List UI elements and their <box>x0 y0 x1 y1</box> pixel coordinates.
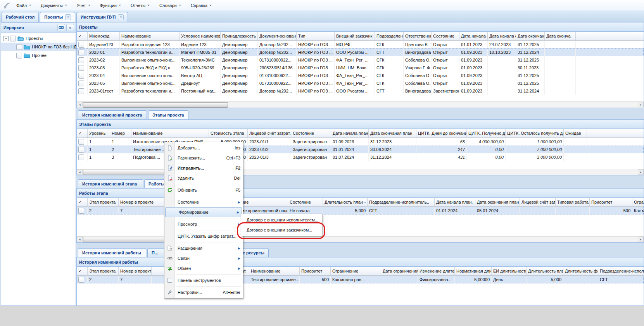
tab-2[interactable]: Инструкции ПУП✕ <box>76 12 128 22</box>
column-header-7[interactable]: Дата начала план <box>331 129 369 137</box>
column-header-11[interactable]: Типовая работа <box>556 198 590 206</box>
search-icon[interactable] <box>57 24 65 31</box>
tab-Этапы проекта[interactable]: Этапы проекта <box>148 110 188 119</box>
column-header-0[interactable]: ✓ <box>77 267 88 275</box>
column-header-0[interactable]: ✓ <box>77 198 88 206</box>
row-checkbox[interactable] <box>78 42 84 48</box>
column-header-8[interactable]: Дата начала план. <box>435 198 475 206</box>
close-tab-icon[interactable]: ✕ <box>65 14 71 20</box>
column-header-11[interactable]: Дата начала план. <box>459 32 488 40</box>
column-header-2[interactable]: Наименование <box>120 32 180 40</box>
column-header-2[interactable]: Номер в проекте <box>119 198 163 206</box>
context-menu-item-15[interactable]: Связи▶ <box>164 253 243 263</box>
column-header-8[interactable]: Подразделение-от... <box>375 32 404 40</box>
tree-item-1[interactable]: НИОКР по ГОЗ без НДС <box>1 43 76 51</box>
tree-checkbox[interactable] <box>16 53 22 58</box>
tab-0[interactable]: Рабочий стол <box>2 12 39 22</box>
context-menu-item-3[interactable]: УдалитьDel <box>164 173 243 183</box>
column-header-10[interactable]: Лицевой счёт затр <box>520 198 556 206</box>
menubar-item-5[interactable]: Словари▼ <box>155 2 186 9</box>
column-header-3[interactable]: Условное наименование <box>180 32 221 40</box>
context-menu-item-0[interactable]: Добавить...Ins <box>164 143 243 153</box>
context-menu-item-20[interactable]: Настройки...Alt+Enter <box>164 287 243 297</box>
column-header-8[interactable]: Дата окончания план <box>369 129 416 137</box>
table-row[interactable]: 11Изготовление опытной партии ПМ0...5 00… <box>77 138 644 146</box>
column-header-0[interactable]: ✓ <box>77 32 88 40</box>
column-header-12[interactable]: Длительность план <box>527 267 563 275</box>
row-checkbox[interactable] <box>78 154 84 160</box>
column-header-4[interactable]: Стоимость этапа <box>209 129 248 137</box>
scroll-left-icon[interactable]: ◄ <box>77 237 83 242</box>
horizontal-scrollbar[interactable]: ◄► <box>77 101 644 108</box>
column-header-10[interactable]: Состояние <box>432 32 459 40</box>
table-row[interactable]: 2023-02Выполнение опытно-конс...Технолог… <box>77 56 644 64</box>
column-header-2[interactable]: Номер <box>110 129 131 137</box>
tree-checkbox[interactable] <box>10 36 16 41</box>
context-menu-item-16[interactable]: Обмен▶ <box>164 263 243 273</box>
column-header-2[interactable]: Номер в проекте <box>119 267 152 275</box>
table-row[interactable]: 27Тестирование произведенной опыт...Не н… <box>77 207 644 214</box>
context-menu-item-12[interactable]: ЦИТК. Указать шифр затрат... <box>164 231 243 241</box>
column-header-7[interactable]: Подразделение-исполнитель.. <box>368 198 435 206</box>
submenu-item-0[interactable]: Договор с внешним исполнителем... <box>241 215 322 225</box>
column-header-10[interactable]: Нормативная длит <box>455 267 492 275</box>
column-header-5[interactable]: Состояние <box>288 198 323 206</box>
column-header-6[interactable]: Тип <box>297 32 335 40</box>
column-header-9[interactable]: Изменение длител... <box>418 267 455 275</box>
column-header-1[interactable]: Этап проекта <box>88 267 119 275</box>
menubar-item-6[interactable]: Справка▼ <box>186 2 217 9</box>
tab-История изменений работы[interactable]: История изменений работы <box>78 248 146 257</box>
row-checkbox[interactable] <box>78 50 84 55</box>
column-header-1[interactable]: Этап проекта <box>88 198 119 206</box>
scrollbar-thumb[interactable] <box>83 102 228 108</box>
tree-item-2[interactable]: Прочее <box>1 51 76 60</box>
table-row[interactable]: Изделие123Разработка изделия 123Изделие-… <box>77 41 644 48</box>
table-row[interactable]: 27Тестирование произве...500Как можно ра… <box>77 276 644 283</box>
column-header-14[interactable]: Дата оконча <box>545 32 576 40</box>
column-header-0[interactable]: ✓ <box>77 129 88 137</box>
column-header-13[interactable]: Ограничение <box>632 198 644 206</box>
column-header-11[interactable]: ЦИТК. Осталось получить д/с <box>506 129 564 137</box>
column-header-7[interactable]: Ограничение <box>331 267 381 275</box>
column-header-5[interactable]: Документ-основание <box>258 32 297 40</box>
column-header-5[interactable]: Наименование <box>249 267 300 275</box>
row-checkbox[interactable] <box>78 88 84 94</box>
horizontal-scrollbar[interactable]: ◄► <box>77 169 644 175</box>
scroll-right-icon[interactable]: ► <box>638 237 644 242</box>
column-header-9[interactable]: Дата окончания план <box>475 198 520 206</box>
scroll-right-icon[interactable]: ► <box>638 169 644 175</box>
row-checkbox[interactable] <box>78 277 84 283</box>
column-header-10[interactable]: ЦИТК. Получено д/с <box>467 129 506 137</box>
scroll-left-icon[interactable]: ◄ <box>77 102 83 107</box>
context-menu-item-7[interactable]: Состояние▶ <box>164 197 243 207</box>
row-checkbox[interactable] <box>78 73 84 79</box>
row-checkbox[interactable] <box>78 139 84 145</box>
scroll-left-icon[interactable]: ◄ <box>77 169 83 175</box>
table-row[interactable]: 2023-03Разработка ЭКД и РКД н...905-U020… <box>77 64 644 72</box>
tab-История изменений этапа[interactable]: История изменений этапа <box>78 179 143 188</box>
row-checkbox[interactable] <box>78 208 84 214</box>
context-menu-item-14[interactable]: Расширения▶ <box>164 243 243 253</box>
horizontal-scrollbar[interactable]: ◄► <box>77 236 644 242</box>
context-menu-item-5[interactable]: ОбновитьF5 <box>164 185 243 195</box>
menubar-item-4[interactable]: Отчёты▼ <box>126 2 155 9</box>
column-header-9[interactable]: ЦИТК. Дней до окончания <box>416 129 467 137</box>
menubar-item-1[interactable]: Документы▼ <box>36 2 72 9</box>
collapse-node-icon[interactable]: − <box>3 36 9 41</box>
row-checkbox[interactable] <box>78 65 84 71</box>
column-header-1[interactable]: Уровень <box>88 129 110 137</box>
tab-1[interactable]: Проекты✕ <box>40 12 75 22</box>
column-header-12[interactable]: Приоритет <box>590 198 632 206</box>
row-checkbox[interactable] <box>78 57 84 63</box>
tree-item-0[interactable]: −Проекты <box>1 34 76 43</box>
close-tab-icon[interactable]: ✕ <box>118 14 124 20</box>
menubar-item-3[interactable]: Функции▼ <box>95 2 126 9</box>
column-header-11[interactable]: ЕИ длительности <box>492 267 527 275</box>
table-row[interactable]: 2023-01Разработка технологии и...Магнит … <box>77 48 644 56</box>
column-header-8[interactable]: Дата ограничения <box>381 267 418 275</box>
column-header-13[interactable]: Длительность факт <box>563 267 598 275</box>
context-menu-item-1[interactable]: +Размножить...Ctrl+F3 <box>164 153 243 163</box>
column-header-1[interactable]: Мнемокод <box>88 32 120 40</box>
table-row[interactable]: 2023-05Выполнение опытно-конс...Дредноут… <box>77 79 644 87</box>
row-checkbox[interactable] <box>78 147 84 153</box>
